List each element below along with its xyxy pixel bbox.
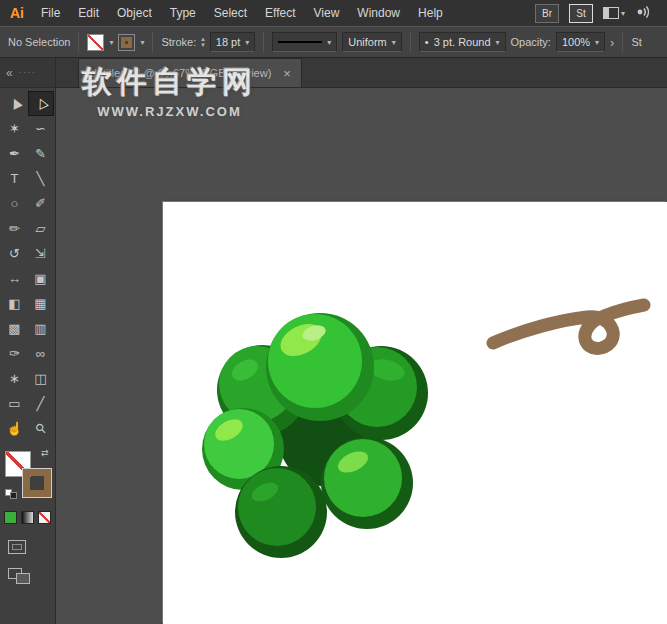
stroke-weight-value: 18 pt: [216, 36, 240, 48]
tool-eyedropper[interactable]: ✑: [2, 341, 28, 366]
free-transform-icon: ▣: [34, 271, 46, 286]
tool-type[interactable]: T: [2, 166, 28, 191]
menu-select[interactable]: Select: [205, 1, 256, 25]
stroke-weight-stepper[interactable]: ▴ ▾: [201, 36, 205, 48]
tool-magic-wand[interactable]: ✶: [2, 116, 28, 141]
stroke-weight-select[interactable]: 18 pt ▾: [210, 32, 255, 52]
tool-ellipse[interactable]: ○: [2, 191, 28, 216]
menu-help[interactable]: Help: [409, 1, 452, 25]
tool-paintbrush[interactable]: ✐: [28, 191, 54, 216]
document-tab[interactable]: Untitled-1* @ 66.67% (RGB/Preview) ×: [78, 58, 302, 87]
lasso-icon: ∽: [35, 121, 46, 136]
stem-squiggle[interactable]: [493, 305, 644, 348]
tool-artboard[interactable]: ▭: [2, 391, 28, 416]
tool-line-segment[interactable]: ╲: [28, 166, 54, 191]
fill-stroke-indicator: ⇄: [5, 451, 51, 497]
grape-ball-bottom-right[interactable]: [321, 437, 413, 529]
opacity-select[interactable]: 100% ▾: [556, 32, 605, 52]
tool-selection[interactable]: ▶: [2, 91, 28, 116]
selection-status: No Selection: [8, 36, 70, 48]
tool-gradient[interactable]: ▥: [28, 316, 54, 341]
bridge-button[interactable]: Br: [535, 4, 559, 23]
menu-bar: Ai File Edit Object Type Select Effect V…: [0, 0, 667, 26]
menu-view[interactable]: View: [305, 1, 349, 25]
artboard-tool-icon: ▭: [8, 396, 20, 411]
fill-swatch[interactable]: [87, 34, 104, 51]
chevron-down-icon: ▾: [392, 38, 396, 47]
opacity-panel-arrow[interactable]: ›: [610, 35, 614, 50]
stroke-color-swatch[interactable]: [118, 34, 135, 51]
document-tab-title: Untitled-1* @ 66.67% (RGB/Preview): [89, 67, 271, 79]
ellipse-icon: ○: [11, 196, 19, 211]
panel-grip-icon[interactable]: ····: [19, 67, 36, 78]
tool-pen[interactable]: ✒: [2, 141, 28, 166]
menu-window[interactable]: Window: [348, 1, 409, 25]
menu-edit[interactable]: Edit: [69, 1, 108, 25]
tool-scale[interactable]: ⇲: [28, 241, 54, 266]
line-segment-icon: ╲: [37, 171, 45, 186]
width-tool-icon: ↔: [8, 271, 21, 286]
tool-eraser[interactable]: ▱: [28, 216, 54, 241]
stepper-down-icon[interactable]: ▾: [201, 42, 205, 48]
tool-blend[interactable]: ∞: [28, 341, 54, 366]
tool-shape-builder[interactable]: ◧: [2, 291, 28, 316]
hand-icon: ☝: [6, 421, 22, 436]
stroke-style-select[interactable]: ▾: [272, 32, 337, 52]
tool-hand[interactable]: ☝: [2, 416, 28, 441]
color-mode-buttons: [0, 511, 55, 524]
brush-definition-select[interactable]: • 3 pt. Round ▾: [419, 32, 506, 52]
default-fill-stroke-icon[interactable]: [5, 489, 17, 499]
tool-direct-selection[interactable]: ▷: [28, 91, 54, 116]
workspace-icon: [603, 7, 619, 19]
separator: [622, 32, 623, 52]
separator: [152, 32, 153, 52]
pencil-icon: ✏: [9, 221, 20, 236]
symbol-sprayer-icon: ∗: [9, 371, 20, 386]
direct-selection-icon: ▷: [32, 96, 50, 111]
tool-perspective-grid[interactable]: ▦: [28, 291, 54, 316]
tool-zoom[interactable]: ⚲: [28, 416, 54, 441]
swap-fill-stroke-icon[interactable]: ⇄: [41, 448, 49, 458]
gradient-button[interactable]: [21, 511, 34, 524]
menu-object[interactable]: Object: [108, 1, 161, 25]
tool-pencil[interactable]: ✏: [2, 216, 28, 241]
width-profile-select[interactable]: Uniform ▾: [342, 32, 402, 52]
tool-mesh[interactable]: ▩: [2, 316, 28, 341]
tool-curvature[interactable]: ✎: [28, 141, 54, 166]
menu-type[interactable]: Type: [161, 1, 205, 25]
menu-effect[interactable]: Effect: [256, 1, 304, 25]
tool-symbol-sprayer[interactable]: ∗: [2, 366, 28, 391]
share-icon[interactable]: [635, 5, 651, 22]
draw-mode-button[interactable]: [8, 540, 26, 554]
tool-column-graph[interactable]: ◫: [28, 366, 54, 391]
collapse-panel-icon[interactable]: «: [6, 66, 13, 80]
magic-wand-icon: ✶: [9, 121, 20, 136]
menu-file[interactable]: File: [32, 1, 69, 25]
tool-lasso[interactable]: ∽: [28, 116, 54, 141]
chevron-down-icon: ▾: [245, 38, 249, 47]
eyedropper-icon: ✑: [9, 346, 20, 361]
none-button[interactable]: [38, 511, 51, 524]
chevron-down-icon[interactable]: ▾: [109, 38, 113, 47]
canvas-viewport[interactable]: [56, 88, 667, 624]
color-button[interactable]: [4, 511, 17, 524]
close-icon[interactable]: ×: [283, 66, 291, 81]
tool-grid: ▶ ▷ ✶ ∽ ✒ ✎ T ╲ ○ ✐ ✏ ▱ ↺ ⇲ ↔ ▣ ◧ ▦ ▩ ▥ …: [0, 88, 55, 441]
stroke-indicator[interactable]: [23, 469, 51, 497]
tools-panel-header: « ····: [0, 58, 55, 88]
workspace-switcher[interactable]: ▾: [603, 7, 625, 19]
tool-rotate[interactable]: ↺: [2, 241, 28, 266]
grape-ball-bottom-left[interactable]: [235, 466, 327, 558]
stock-button[interactable]: St: [569, 4, 593, 23]
tool-width[interactable]: ↔: [2, 266, 28, 291]
artwork-canvas: [163, 202, 667, 624]
artboard[interactable]: [163, 202, 667, 624]
chevron-down-icon[interactable]: ▾: [140, 38, 144, 47]
grape-ball-top[interactable]: [266, 313, 374, 421]
tool-free-transform[interactable]: ▣: [28, 266, 54, 291]
illustrator-logo: Ai: [6, 5, 32, 21]
tool-slice[interactable]: ╱: [28, 391, 54, 416]
screen-mode-button[interactable]: [8, 568, 30, 584]
pen-icon: ✒: [9, 146, 20, 161]
menubar-right-cluster: Br St ▾: [535, 4, 661, 23]
